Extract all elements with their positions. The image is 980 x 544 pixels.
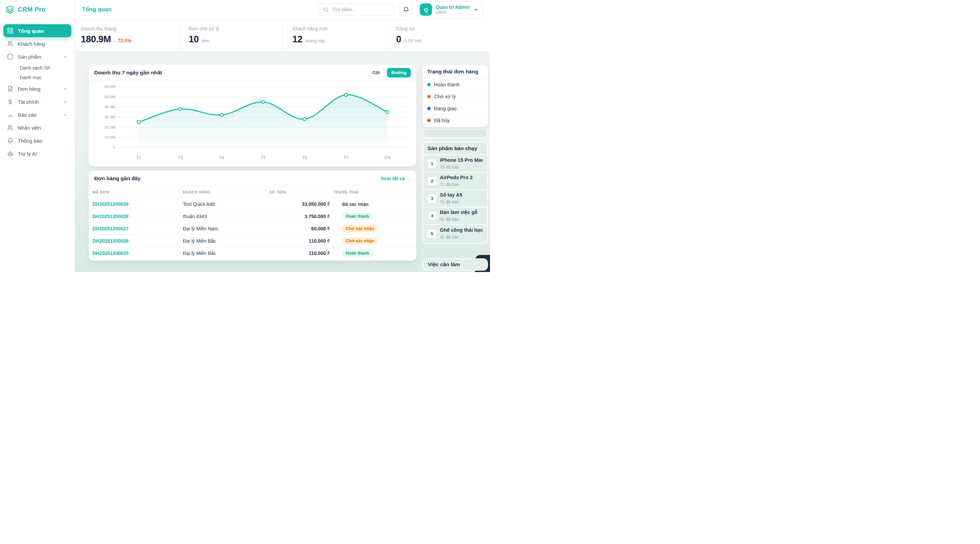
order-id-link[interactable]: DH20251200029 <box>89 201 179 207</box>
kpi-don-cho-xu-ly: Đơn chờ xử lý 10 đơn <box>179 19 283 51</box>
revenue-card-title: Doanh thu 7 ngày gần nhất <box>94 70 162 76</box>
order-row[interactable]: DH20251200029 Test Quick Add 33.050.000 … <box>89 198 416 210</box>
status-badge: Hoàn thành <box>342 250 372 257</box>
svg-text:T3: T3 <box>178 155 183 160</box>
kpi-value: 12 <box>293 34 302 45</box>
header-actions: Q Quản trị Admin admin <box>318 2 483 18</box>
kpi-value: 0 <box>396 34 401 45</box>
chevron-down-icon <box>63 99 68 105</box>
order-status-card: Trạng thái đơn hàng Hoàn thànhChờ xử lýĐ… <box>422 65 488 127</box>
status-badge: Hoàn thành <box>342 213 372 220</box>
dollar-icon <box>7 98 14 105</box>
order-id-link[interactable]: DH20251200027 <box>89 226 179 231</box>
sidebar-item-tai-chinh[interactable]: Tài chính <box>3 95 71 108</box>
product-name: Bàn làm việc gỗ <box>440 209 477 215</box>
sidebar-item-bao-cao[interactable]: Báo cáo <box>3 108 71 121</box>
sidebar-subitem-danh-muc[interactable]: Danh mục <box>3 73 71 82</box>
order-id-link[interactable]: DH20251200028 <box>89 214 179 219</box>
app-logo: CRM Pro <box>0 0 75 19</box>
order-row[interactable]: DH20251200028 thuận 4343 3.750.000 ₫ Hoà… <box>89 210 416 223</box>
order-amount: 110.000 ₫ <box>266 238 329 244</box>
orders-card-header: Đơn hàng gần đây Xem tất cả → <box>89 171 416 186</box>
orders-card-title: Đơn hàng gần đây <box>94 175 141 181</box>
order-row[interactable]: DH20251200026 Đại lý Miền Bắc 110.000 ₫ … <box>89 235 416 247</box>
order-id-link[interactable]: DH20251200025 <box>89 250 179 256</box>
search-box[interactable] <box>318 3 395 16</box>
brand-name: CRM Pro <box>18 6 46 13</box>
sidebar-subitem-danh-sach-sp[interactable]: Danh sách SP <box>3 63 71 73</box>
kpi-doanh-thu-thang: Doanh thu tháng 180.9M ↓ 72.0% <box>75 19 179 51</box>
svg-text:20.0M: 20.0M <box>104 125 115 129</box>
kpi-label: Khách hàng mới <box>293 26 386 32</box>
product-list-item: 3 Sổ tay A5 71 đã bán <box>423 190 487 207</box>
sidebar-item-san-pham[interactable]: Sản phẩm <box>3 50 71 63</box>
product-meta: AirPods Pro 2 71 đã bán <box>440 174 473 188</box>
sidebar-item-tro-ly-ai[interactable]: Trợ lý AI <box>3 147 71 160</box>
product-meta: Bàn làm việc gỗ 42 đã bán <box>440 209 477 222</box>
svg-text:10.0M: 10.0M <box>104 135 115 139</box>
rank-badge: 3 <box>428 194 436 203</box>
order-customer: Test Quick Add <box>179 201 266 207</box>
column-header-khach-hang: KHÁCH HÀNG <box>179 190 266 194</box>
product-list-item: 4 Bàn làm việc gỗ 42 đã bán <box>423 207 487 225</box>
recent-orders-card: Đơn hàng gần đây Xem tất cả → MÃ ĐƠNKHÁC… <box>89 171 416 261</box>
chevron-down-icon <box>63 86 68 91</box>
order-row[interactable]: DH20251200027 Đại lý Miền Nam 60.000 ₫ C… <box>89 223 416 235</box>
view-all-orders-link[interactable]: Xem tất cả → <box>381 176 411 181</box>
search-input[interactable] <box>331 6 390 13</box>
status-badge: Chờ xác nhận <box>342 237 377 245</box>
product-name: iPhone 15 Pro Max 25 <box>440 157 483 163</box>
revenue-chart-card: Doanh thu 7 ngày gần nhất CộtĐường 010.0… <box>89 65 416 167</box>
chevron-down-icon <box>473 7 479 12</box>
order-amount: 110.000 ₫ <box>266 250 329 256</box>
revenue-card-header: Doanh thu 7 ngày gần nhất CộtĐường <box>89 65 416 81</box>
sidebar-item-nhan-vien[interactable]: Nhân viên <box>3 121 71 134</box>
product-list-item: 2 AirPods Pro 2 71 đã bán <box>423 173 487 190</box>
bell-icon <box>7 137 14 144</box>
kpi-value: 10 <box>189 34 199 45</box>
sidebar-item-don-hang[interactable]: Đơn hàng <box>3 82 71 95</box>
order-status: Chờ xác nhận <box>329 225 416 232</box>
product-list-item: 1 iPhone 15 Pro Max 25 75 đã bán <box>423 155 487 173</box>
user-menu[interactable]: Q Quản trị Admin admin <box>417 2 483 18</box>
sidebar-item-tong-quan[interactable]: Tổng quan <box>3 24 71 37</box>
status-dot <box>427 95 431 98</box>
svg-text:50.0M: 50.0M <box>104 95 115 99</box>
rank-badge: 5 <box>428 229 436 238</box>
kpi-khach-hang-moi: Khách hàng mới 12 tháng này <box>283 19 386 51</box>
user-name: Quản trị Admin <box>435 5 470 10</box>
sidebar-item-label: Tài chính <box>18 99 59 105</box>
status-label: Chờ xử lý <box>434 94 456 99</box>
chart-toggle-cot[interactable]: Cột <box>368 68 384 78</box>
robot-icon <box>7 150 14 157</box>
product-sold-count: 75 đã bán <box>440 165 459 170</box>
chart-type-toggles: CộtĐường <box>368 68 411 78</box>
svg-text:T6: T6 <box>302 155 307 160</box>
document-icon <box>7 85 14 92</box>
sidebar-item-label: Đơn hàng <box>18 86 59 92</box>
sidebar-item-label: Trợ lý AI <box>18 151 68 157</box>
kpi-unit: 4 SP hết <box>404 38 422 43</box>
status-dot <box>427 83 431 86</box>
orders-table: MÃ ĐƠNKHÁCH HÀNGSỐ TIỀNTRẠNG THÁIDH20251… <box>89 186 416 259</box>
svg-text:T5: T5 <box>261 155 266 160</box>
order-amount: 3.750.000 ₫ <box>266 214 329 219</box>
search-icon <box>323 7 329 13</box>
product-sold-count: 71 đã bán <box>440 182 459 187</box>
order-status: Chờ xác nhận <box>329 237 416 245</box>
notifications-button[interactable] <box>399 3 413 16</box>
main-content: Doanh thu 7 ngày gần nhất CộtĐường 010.0… <box>75 51 490 272</box>
chart-toggle-duong[interactable]: Đường <box>387 68 411 78</box>
page-title: Tổng quan <box>82 6 111 13</box>
order-row[interactable]: DH20251200025 Đại lý Miền Bắc 110.000 ₫ … <box>89 247 416 259</box>
sidebar-item-khach-hang[interactable]: Khách hàng <box>3 37 71 50</box>
sidebar-item-label: Tổng quan <box>18 28 68 34</box>
user-meta: Quản trị Admin admin <box>435 5 470 15</box>
revenue-line-chart: 010.0M20.0M30.0M40.0M50.0M60.0MT2T3T4T5T… <box>89 81 416 165</box>
top-header: Tổng quan Q <box>75 0 490 19</box>
kpi-unit: đơn <box>202 38 210 43</box>
order-id-link[interactable]: DH20251200026 <box>89 238 179 244</box>
sidebar-item-thong-bao[interactable]: Thông báo <box>3 134 71 147</box>
chevron-up-icon <box>63 54 68 59</box>
todo-card-title: Việc cần làm <box>428 261 460 267</box>
